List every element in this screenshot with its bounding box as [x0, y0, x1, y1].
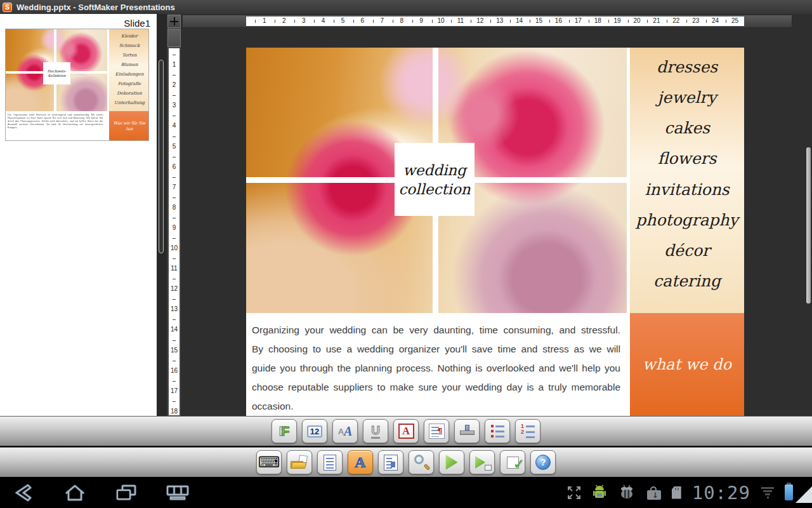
thumbnail-title-line1: Hochzeits-	[48, 69, 67, 74]
ruler-number: 19	[612, 17, 623, 24]
slide-panel: Slide1 Hochzeits- Kollektion KleiderSchm…	[0, 14, 157, 416]
ruler-number: 4	[318, 17, 329, 24]
slide-body-text[interactable]: Organizing your wedding can be very daun…	[246, 313, 627, 416]
horizontal-ruler-strip: 1234567891011121314151617181920212223242…	[246, 17, 744, 26]
recent-apps-button[interactable]	[114, 483, 139, 502]
fullscreen-icon[interactable]	[566, 485, 582, 500]
bullet-list-button[interactable]	[485, 419, 510, 443]
ruler-number: 9	[169, 224, 180, 231]
panel-scrollbar-thumb[interactable]	[159, 60, 164, 253]
character-format-icon: A	[344, 424, 352, 439]
magnifier-icon	[413, 454, 429, 471]
main-toolbar: ⌨ A ✓ ?	[0, 447, 812, 477]
thumbnail-body-text: Die Organisation einer Hochzeit ist anst…	[6, 111, 105, 130]
vertical-ruler: 123456789101112131415161718	[167, 29, 181, 416]
tab-stop-base	[460, 431, 475, 435]
character-format-icon: A	[338, 427, 344, 436]
underline-icon: U	[371, 424, 380, 439]
page-with-image-icon	[384, 455, 398, 471]
ruler-number: 3	[298, 17, 310, 24]
thumbnail-cta-box: Was wir für Sie tun	[109, 111, 149, 141]
battery-icon	[785, 485, 793, 500]
thumbnail-menu-item: Unterhaltung	[109, 100, 149, 105]
open-file-button[interactable]	[287, 450, 312, 474]
slide-title-box[interactable]: wedding collection	[395, 143, 475, 216]
slide-menu-item: catering	[653, 272, 721, 290]
help-button[interactable]: ?	[530, 450, 556, 474]
keyboard-button[interactable]: ⌨	[256, 450, 282, 474]
android-navbar: ↓ 10:29	[0, 477, 812, 508]
font-color-button[interactable]: A	[393, 419, 419, 443]
ruler-number: 7	[376, 17, 388, 24]
slide-thumbnail[interactable]: Hochzeits- Kollektion KleiderSchmuckTort…	[5, 29, 149, 141]
panel-scrollbar	[157, 14, 166, 416]
signal-icon	[761, 487, 774, 498]
home-button[interactable]	[62, 483, 88, 502]
font-size-button[interactable]: 12	[302, 419, 327, 443]
font-name-icon: F	[282, 424, 290, 439]
slide-menu-item: décor	[664, 241, 710, 260]
keyboard-toggle-button[interactable]	[165, 483, 190, 502]
format-character-button[interactable]: A	[348, 450, 373, 474]
slide-menu-item: dresses	[657, 58, 717, 76]
slide-cta-box[interactable]: what we do	[630, 313, 744, 416]
font-name-button[interactable]: F F	[272, 419, 297, 443]
slide-menu-item: invitations	[645, 180, 729, 199]
ruler-number: 11	[455, 17, 466, 24]
outline-view-button[interactable]	[317, 450, 343, 474]
page-view-button[interactable]	[378, 450, 403, 474]
ruler-number: 7	[169, 184, 180, 190]
slide-glyph-icon	[485, 465, 492, 471]
document-lines-icon	[324, 455, 336, 471]
slide-label: Slide1	[0, 14, 157, 29]
title-bar: S Wedding.pptx - SoftMaker Presentations	[0, 0, 812, 14]
ruler-number: 18	[169, 408, 180, 415]
character-format-button[interactable]: A A	[332, 419, 358, 443]
tab-stop-icon	[459, 424, 475, 438]
zoom-button[interactable]	[409, 450, 434, 474]
thumbnail-menu-item: Schmuck	[109, 43, 149, 48]
numbered-list-button[interactable]: 1 2	[515, 419, 540, 443]
checkmark-button[interactable]: ✓	[500, 450, 525, 474]
bee-icon	[617, 485, 636, 500]
ruler-number: 10	[169, 244, 180, 251]
status-clock[interactable]: 10:29	[692, 482, 750, 504]
ruler-number: 25	[730, 17, 741, 24]
presentation-from-slide-button[interactable]	[469, 450, 495, 474]
ruler-number: 6	[357, 17, 368, 24]
corner-grip-icon	[796, 486, 812, 503]
thumbnail-title-line2: Kollektion	[48, 74, 65, 78]
ruler-number: 12	[475, 17, 486, 24]
slide-canvas[interactable]: wedding collection dressesjewelrycakesfl…	[246, 48, 744, 416]
ruler-number: 20	[631, 17, 643, 24]
ruler-number: 21	[651, 17, 662, 24]
vertical-ruler-strip: 123456789101112131415161718	[169, 48, 180, 415]
slide-menu-item: photography	[636, 211, 738, 229]
thumbnail-menu-item: Blumen	[109, 62, 149, 67]
format-a-icon: A	[355, 454, 365, 471]
slide-menu-list[interactable]: dressesjewelrycakesflowersinvitationspho…	[630, 48, 744, 313]
ruler-number: 16	[169, 367, 180, 374]
check-glyph: ✓	[513, 456, 525, 472]
start-presentation-button[interactable]	[439, 450, 464, 474]
keyboard-icon: ⌨	[258, 455, 280, 470]
slide-title-line2: collection	[398, 180, 470, 199]
app-icon: S	[3, 3, 12, 12]
paragraph-format-button[interactable]: ¶	[424, 419, 449, 443]
ruler-number: 10	[435, 17, 447, 24]
ruler-number: 5	[337, 17, 349, 24]
ruler-origin-button[interactable]	[167, 15, 181, 28]
ruler-number: 22	[671, 17, 682, 24]
keyboard-grid-icon	[165, 483, 190, 502]
back-button[interactable]	[11, 483, 36, 502]
tabs-indent-button[interactable]	[454, 419, 480, 443]
slide-menu-item: flowers	[658, 149, 717, 168]
thumbnail-menu-item: Einladungen	[109, 72, 149, 77]
sdcard-icon	[672, 486, 681, 499]
canvas-scrollbar-thumb[interactable]	[806, 147, 811, 304]
underline-button[interactable]: U	[363, 419, 388, 443]
ruler-number: 14	[514, 17, 525, 24]
slide-menu-item: cakes	[664, 119, 710, 137]
ruler-number: 15	[534, 17, 545, 24]
horizontal-ruler: 1234567891011121314151617181920212223242…	[182, 15, 792, 28]
